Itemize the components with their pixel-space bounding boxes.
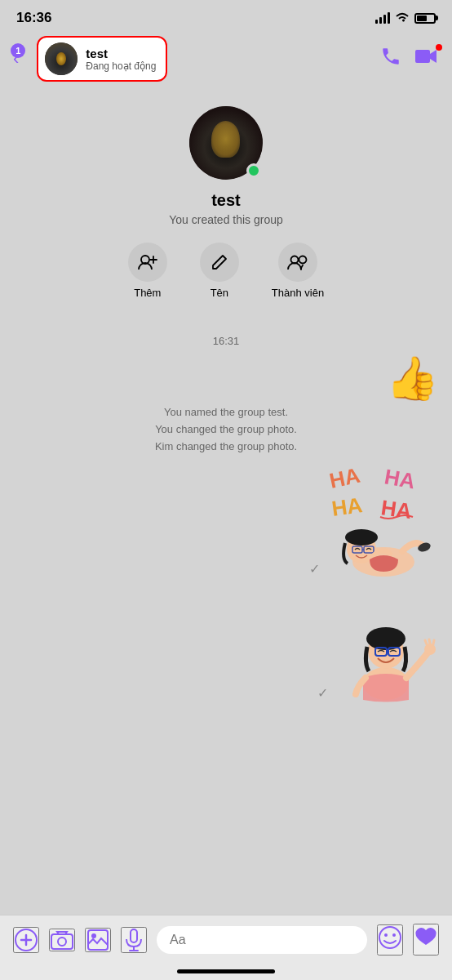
status-bar: 16:36 [0, 0, 452, 31]
system-message-2: You changed the group photo. [13, 423, 439, 435]
edit-icon [200, 243, 239, 282]
avatar [45, 42, 78, 75]
messages-area: 👍 You named the group test. You changed … [0, 357, 452, 704]
status-icons [375, 11, 436, 25]
header-left: ‹ 1 test Đang hoạt động [13, 36, 167, 82]
chat-header: ‹ 1 test Đang hoạt động [0, 31, 452, 90]
svg-point-3 [299, 256, 306, 264]
thumbs-up-message: 👍 [13, 357, 439, 399]
members-action[interactable]: Thành viên [272, 243, 324, 299]
profile-subtitle: You created this group [169, 213, 283, 226]
svg-text:HA: HA [330, 492, 365, 521]
back-button[interactable]: ‹ 1 [13, 48, 19, 69]
wave-sticker-message: ✓ [13, 590, 439, 704]
gallery-button[interactable] [85, 928, 111, 952]
home-indicator [177, 969, 275, 973]
chat-area: test You created this group Thêm [0, 90, 452, 777]
svg-point-36 [384, 933, 388, 937]
contact-header[interactable]: test Đang hoạt động [37, 36, 167, 82]
profile-section: test You created this group Thêm [0, 90, 452, 328]
haha-sticker: HA HA HA HA [325, 457, 439, 580]
add-member-action[interactable]: Thêm [128, 243, 167, 299]
svg-point-17 [366, 627, 405, 650]
live-dot [436, 44, 442, 51]
action-buttons: Thêm Tên Th [128, 243, 324, 299]
wave-sticker [333, 590, 439, 704]
battery-icon [414, 13, 436, 24]
svg-text:HA: HA [327, 463, 362, 493]
haha-sticker-message: ✓ HA HA HA HA [13, 457, 439, 580]
video-call-button[interactable] [414, 46, 439, 72]
status-time: 16:36 [16, 10, 51, 26]
contact-name: test [86, 47, 156, 60]
svg-point-29 [58, 938, 66, 946]
contact-info: test Đang hoạt động [86, 47, 156, 72]
svg-point-37 [392, 933, 396, 937]
like-button[interactable] [413, 924, 439, 956]
wifi-icon [395, 11, 410, 25]
call-button[interactable] [380, 46, 401, 72]
camera-button[interactable] [49, 929, 75, 951]
add-member-icon [128, 243, 167, 282]
delivered-check: ✓ [309, 561, 320, 577]
svg-text:HA: HA [383, 464, 417, 493]
svg-point-35 [379, 927, 401, 948]
contact-status: Đang hoạt động [86, 60, 156, 72]
add-button[interactable] [13, 927, 39, 953]
members-icon [278, 243, 317, 282]
svg-text:HA: HA [379, 495, 414, 523]
message-timestamp: 16:31 [0, 335, 452, 347]
emoji-button[interactable] [377, 924, 403, 956]
svg-line-24 [433, 640, 434, 644]
mic-button[interactable] [121, 927, 147, 953]
add-label: Thêm [134, 287, 161, 299]
delivered-check-2: ✓ [317, 685, 328, 701]
svg-point-31 [91, 933, 96, 938]
svg-rect-0 [415, 50, 430, 63]
svg-line-22 [425, 640, 427, 644]
profile-name: test [211, 191, 241, 210]
thumbs-up-emoji: 👍 [386, 357, 439, 399]
system-message-3: Kim changed the group photo. [13, 440, 439, 452]
svg-point-10 [345, 529, 378, 546]
header-actions [380, 46, 439, 72]
svg-rect-32 [131, 929, 137, 942]
svg-rect-28 [51, 934, 73, 949]
rename-action[interactable]: Tên [200, 243, 239, 299]
system-message-1: You named the group test. [13, 406, 439, 418]
rename-label: Tên [210, 287, 228, 299]
notification-badge: 1 [11, 43, 25, 58]
svg-line-23 [429, 639, 430, 644]
members-label: Thành viên [272, 287, 324, 299]
profile-avatar-wrap [189, 106, 263, 180]
signal-bars-icon [375, 12, 390, 24]
message-input[interactable] [157, 926, 367, 954]
online-indicator [246, 163, 261, 178]
